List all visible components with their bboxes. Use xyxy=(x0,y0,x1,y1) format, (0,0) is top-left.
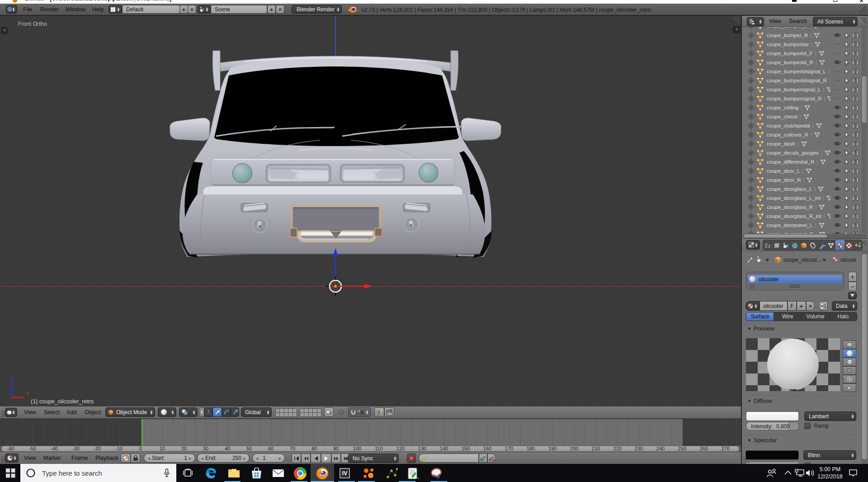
svg-text:i: i xyxy=(9,8,10,11)
svg-text:z: z xyxy=(10,375,13,381)
svg-text:IV: IV xyxy=(342,470,347,477)
svg-text:x: x xyxy=(26,390,29,397)
